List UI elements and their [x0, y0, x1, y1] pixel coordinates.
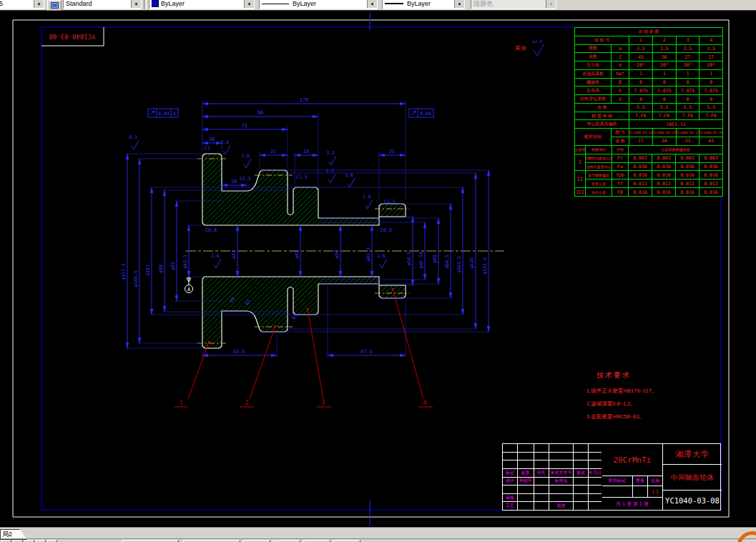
approve-label: 批准 — [549, 502, 574, 510]
dim-label: φ149.5 — [133, 270, 139, 287]
leader-number: 2 — [245, 400, 249, 406]
roughness-label: 6.3 — [129, 134, 137, 140]
cell: 1 — [677, 70, 699, 78]
sheet-note: 共 1 张 第 1 张 — [602, 498, 662, 510]
linetype-value: ByLayer — [293, 0, 367, 8]
chamfer-label: C0.8 — [381, 227, 392, 233]
roughness-label: 3.2 — [220, 139, 229, 145]
color-combo[interactable]: ByLayer▼ — [149, 0, 255, 9]
text-style-combo[interactable]: Standard▼ — [63, 0, 142, 9]
header-cell: 1 — [629, 36, 652, 44]
header-cell: 检验项目 — [586, 146, 612, 154]
leader-number: 3 — [322, 400, 325, 406]
runout-icon — [411, 111, 416, 115]
cell: YC1040-03-14 — [629, 129, 652, 137]
drawing-number: YC1040-03-08 — [663, 491, 722, 510]
cell: 43 — [699, 137, 722, 145]
status-bar: 局2 — [0, 527, 756, 542]
dimensions-horizontal: 179 96 72 16 18 21 19 21 43.5 47.5 — [202, 97, 406, 355]
datum-symbol: A — [185, 277, 193, 293]
extension-lines — [126, 100, 490, 358]
dim-label: φ98 — [158, 265, 164, 273]
cell: 0.016 — [699, 171, 722, 179]
chevron-down-icon[interactable]: ▼ — [244, 0, 254, 8]
row-symbol: m — [612, 45, 629, 53]
text-style-button[interactable] — [47, 0, 62, 11]
dim-label: φ45 — [231, 250, 237, 259]
cell: 7.875 — [699, 87, 722, 94]
chamfer-label: C1.5 — [384, 199, 396, 205]
row-symbol: α — [612, 61, 629, 69]
chevron-down-icon[interactable]: ▼ — [34, 0, 44, 8]
tech-item: 2.渗碳深度0.8~1.2。 — [586, 398, 719, 410]
row-label: 中心距及其偏差 — [575, 120, 629, 128]
cell: 0.016 — [676, 171, 699, 179]
dim-label: φ58.5 — [406, 252, 412, 266]
rest-roughness-note: 其余 12.5 — [515, 39, 544, 56]
dim-label: 179 — [300, 97, 309, 103]
lineweight-combo[interactable]: ByLayer▼ — [382, 0, 465, 9]
cell: 20° — [629, 61, 652, 69]
cell: YC1040-03-21 — [653, 129, 676, 137]
header-cell: 3 — [677, 36, 699, 44]
chevron-down-icon[interactable]: ▼ — [131, 0, 141, 8]
cell: 36 — [653, 53, 676, 61]
roughness-label: 3.2 — [325, 168, 334, 174]
gear-table-main: 齿 轮 参 数 齿 轮 号 1 2 3 4 模数m3.53.53.53.5 齿数… — [575, 28, 722, 145]
scale-label: 比例 — [648, 476, 662, 486]
plotstyle-value: 随颜色 — [473, 0, 546, 8]
audit-label: 审核 — [503, 494, 517, 502]
linetype-glyph — [262, 4, 289, 4]
cell: 5.5 — [629, 104, 652, 112]
row-label: 基节极限偏差 — [586, 171, 612, 179]
dim-label: φ157.5 — [121, 263, 127, 280]
dim-label: φ107 — [145, 265, 151, 276]
design-label: 设计 — [503, 478, 517, 486]
cell: 0.013 — [699, 179, 722, 187]
chevron-down-icon[interactable]: ▼ — [454, 0, 464, 8]
cell: 7-FK — [677, 112, 699, 120]
stamp-text: YC1040-03-08 — [49, 33, 95, 40]
row-symbol: β — [612, 79, 629, 87]
cell: 1 — [653, 70, 676, 78]
row-label: 齿 厚 — [575, 104, 629, 112]
plotstyle-combo: 随颜色▼ — [471, 0, 556, 9]
chevron-down-icon[interactable]: ▼ — [367, 0, 377, 8]
roughness-label: 1.6 — [345, 172, 353, 178]
cell: 20° — [653, 61, 676, 69]
cell: 0.063 — [652, 154, 675, 162]
cell: 0.016 — [629, 188, 652, 196]
dim-label: 18 — [231, 179, 237, 184]
row-symbol: h — [612, 87, 629, 94]
cell: 0.013 — [652, 179, 675, 187]
cell: 0.016 — [629, 171, 652, 179]
cell: 5.5 — [699, 104, 722, 112]
top-toolbar: 35▼ Standard▼ ByLayer▼ ByLayer▼ ByLayer▼… — [0, 0, 756, 11]
cell: 7.875 — [653, 87, 676, 94]
cell: 27 — [677, 53, 699, 61]
cell: 7-FK — [699, 112, 722, 120]
cell: 43 — [629, 53, 652, 61]
roughness-label: 1.6 — [363, 194, 371, 199]
cell: Fw — [612, 163, 628, 171]
header-cell: 公差或极限偏差值 — [629, 146, 722, 154]
cell: 0 — [677, 79, 699, 87]
row-label: 齿顶高系数 — [575, 70, 611, 78]
chamfer-label: C0.8 — [205, 227, 217, 233]
weight-label: 重量 — [633, 476, 648, 486]
cell: 0.016 — [652, 188, 675, 196]
row-symbol: X — [612, 95, 629, 103]
cell: 1 — [629, 70, 652, 78]
dim-style-combo[interactable]: 35▼ — [0, 0, 44, 9]
row-label: 螺旋角 — [575, 79, 611, 87]
dim-label: φ48 — [294, 250, 300, 259]
row-label: 图 号 — [612, 129, 629, 137]
part-number-stamp: YC1040-03-08 — [41, 27, 104, 46]
tab-divider — [0, 538, 756, 539]
chamfer-label: C1.5 — [296, 174, 308, 180]
cell: 0 — [677, 95, 699, 103]
cell: 7.875 — [629, 87, 652, 94]
linetype-combo[interactable]: ByLayer▼ — [259, 0, 378, 9]
dim-label: φ41.3 — [182, 255, 188, 269]
cell: 24 — [653, 137, 676, 145]
